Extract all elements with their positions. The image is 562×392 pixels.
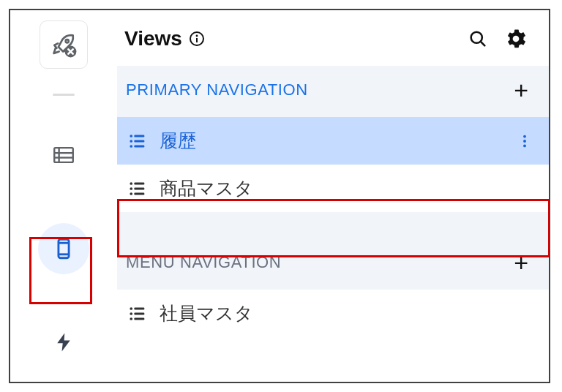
svg-rect-34 xyxy=(134,317,144,320)
svg-rect-17 xyxy=(134,140,144,142)
svg-point-14 xyxy=(130,135,132,137)
svg-rect-19 xyxy=(134,145,144,147)
svg-rect-26 xyxy=(134,187,144,189)
launch-button[interactable] xyxy=(40,20,88,69)
svg-point-29 xyxy=(130,307,132,310)
primary-navigation-section: PRIMARY NAVIGATION + xyxy=(117,66,549,337)
svg-point-16 xyxy=(130,140,132,143)
view-item-label: 商品マスタ xyxy=(160,176,253,200)
more-vert-icon xyxy=(517,133,533,149)
view-item-label: 履歴 xyxy=(160,129,196,153)
search-icon xyxy=(468,29,488,49)
views-info-button[interactable] xyxy=(188,30,206,48)
phone-icon xyxy=(51,236,76,261)
svg-point-22 xyxy=(523,144,526,147)
search-button[interactable] xyxy=(465,26,490,51)
rocket-error-icon xyxy=(50,31,78,59)
svg-line-13 xyxy=(481,42,484,45)
svg-point-20 xyxy=(523,135,526,137)
list-icon xyxy=(127,178,149,199)
section-title: PRIMARY NAVIGATION xyxy=(126,80,308,99)
views-panel: Views xyxy=(117,10,549,382)
svg-rect-11 xyxy=(196,38,198,42)
nav-rail xyxy=(10,10,117,382)
view-item-label: 社員マスタ xyxy=(160,301,253,325)
svg-point-0 xyxy=(66,39,69,42)
item-menu-button[interactable] xyxy=(517,133,536,149)
gear-icon xyxy=(505,28,527,50)
svg-point-27 xyxy=(130,192,132,195)
svg-rect-15 xyxy=(134,135,144,137)
rail-automation-button[interactable] xyxy=(38,317,89,368)
svg-rect-2 xyxy=(54,148,73,162)
table-icon xyxy=(51,143,76,167)
svg-point-10 xyxy=(195,35,198,37)
svg-point-21 xyxy=(523,140,526,143)
view-item-employee-master[interactable]: 社員マスタ xyxy=(117,290,549,337)
views-header: Views xyxy=(117,10,549,66)
list-icon xyxy=(127,304,149,324)
svg-rect-28 xyxy=(134,192,144,195)
view-item-product-master[interactable]: 商品マスタ xyxy=(117,165,549,212)
lightning-icon xyxy=(53,331,75,353)
list-icon xyxy=(127,131,149,151)
info-icon xyxy=(188,30,206,48)
section-title: MENU NAVIGATION xyxy=(126,253,281,272)
add-primary-view-button[interactable]: + xyxy=(514,78,528,102)
view-item-history[interactable]: 履歴 xyxy=(117,117,549,165)
rail-data-button[interactable] xyxy=(38,129,89,181)
svg-rect-24 xyxy=(134,182,144,184)
svg-point-31 xyxy=(130,312,132,315)
page-title: Views xyxy=(124,27,182,50)
plus-icon: + xyxy=(514,250,528,275)
svg-rect-32 xyxy=(134,312,144,314)
add-menu-view-button[interactable]: + xyxy=(514,250,528,275)
plus-icon: + xyxy=(514,78,528,102)
svg-point-33 xyxy=(130,317,132,320)
svg-rect-30 xyxy=(134,307,144,309)
svg-point-23 xyxy=(130,182,132,185)
rail-views-button[interactable] xyxy=(38,223,89,274)
svg-point-25 xyxy=(130,187,132,190)
settings-button[interactable] xyxy=(503,26,528,51)
rail-divider xyxy=(53,94,75,96)
svg-point-18 xyxy=(130,145,132,148)
